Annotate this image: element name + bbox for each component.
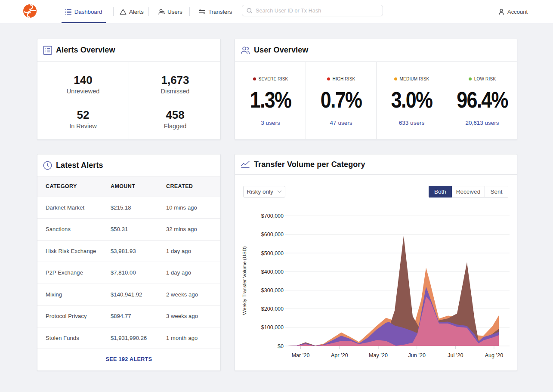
svg-text:$700,000: $700,000 (261, 213, 284, 219)
svg-text:May ’20: May ’20 (369, 352, 388, 358)
svg-text:$200,000: $200,000 (261, 306, 284, 312)
svg-text:Jun ’20: Jun ’20 (408, 352, 426, 358)
svg-text:$400,000: $400,000 (261, 269, 284, 275)
svg-text:Jul ’20: Jul ’20 (448, 352, 463, 358)
svg-text:Apr ’20: Apr ’20 (331, 352, 348, 358)
svg-text:$100,000: $100,000 (261, 324, 284, 330)
svg-text:$500,000: $500,000 (261, 250, 284, 256)
svg-text:Weekly Transfer Volume (USD): Weekly Transfer Volume (USD) (242, 246, 247, 315)
svg-text:$300,000: $300,000 (261, 287, 284, 293)
svg-text:Aug ’20: Aug ’20 (485, 352, 503, 358)
svg-text:$600,000: $600,000 (261, 231, 284, 238)
svg-text:$0: $0 (278, 343, 284, 349)
svg-text:Mar ’20: Mar ’20 (292, 352, 310, 358)
